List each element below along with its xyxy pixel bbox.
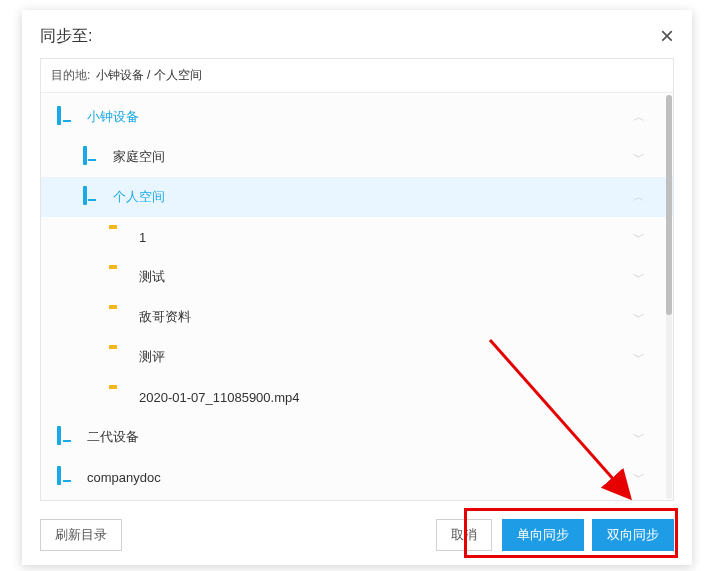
tree-item-label: 个人空间 bbox=[113, 188, 633, 206]
folder-icon bbox=[109, 388, 131, 406]
tree-container: 小钟设备︿家庭空间﹀个人空间︿1﹀测试﹀敌哥资料﹀测评﹀2020-01-07_1… bbox=[41, 93, 673, 501]
refresh-button[interactable]: 刷新目录 bbox=[40, 519, 122, 551]
dialog-title: 同步至: bbox=[40, 26, 92, 47]
folder-icon bbox=[109, 228, 131, 246]
oneway-sync-button[interactable]: 单向同步 bbox=[502, 519, 584, 551]
folder-icon bbox=[109, 348, 131, 366]
chevron-down-icon[interactable]: ﹀ bbox=[633, 309, 645, 326]
dialog-body: 目的地: 小钟设备 / 个人空间 小钟设备︿家庭空间﹀个人空间︿1﹀测试﹀敌哥资… bbox=[40, 58, 674, 501]
chevron-up-icon[interactable]: ︿ bbox=[633, 109, 645, 126]
tree-item-label: 1 bbox=[139, 230, 633, 245]
tree-row-space-family[interactable]: 家庭空间﹀ bbox=[41, 137, 673, 177]
chevron-down-icon[interactable]: ﹀ bbox=[633, 149, 645, 166]
tree-row-folder-dige[interactable]: 敌哥资料﹀ bbox=[41, 297, 673, 337]
device-icon bbox=[57, 108, 79, 126]
chevron-up-icon[interactable]: ︿ bbox=[633, 189, 645, 206]
tree-item-label: 敌哥资料 bbox=[139, 308, 633, 326]
dialog-footer: 刷新目录 取消 单向同步 双向同步 bbox=[22, 509, 692, 565]
tree-row-folder-ceping[interactable]: 测评﹀ bbox=[41, 337, 673, 377]
chevron-down-icon[interactable]: ﹀ bbox=[633, 349, 645, 366]
close-icon[interactable]: × bbox=[660, 24, 674, 48]
device-icon bbox=[83, 148, 105, 166]
chevron-down-icon[interactable]: ﹀ bbox=[633, 429, 645, 446]
destination-path: 小钟设备 / 个人空间 bbox=[96, 68, 202, 82]
tree-item-label: 小钟设备 bbox=[87, 108, 633, 126]
twoway-sync-button[interactable]: 双向同步 bbox=[592, 519, 674, 551]
tree-item-label: 测试 bbox=[139, 268, 633, 286]
tree-row-folder-test[interactable]: 测试﹀ bbox=[41, 257, 673, 297]
chevron-down-icon[interactable]: ﹀ bbox=[633, 229, 645, 246]
tree-row-dev-company[interactable]: companydoc﹀ bbox=[41, 457, 673, 497]
scrollbar-thumb[interactable] bbox=[666, 95, 672, 315]
tree-row-space-personal[interactable]: 个人空间︿ bbox=[41, 177, 673, 217]
tree-row-folder-1[interactable]: 1﹀ bbox=[41, 217, 673, 257]
tree-row-file-mp4[interactable]: 2020-01-07_11085900.mp4 bbox=[41, 377, 673, 417]
cancel-button[interactable]: 取消 bbox=[436, 519, 492, 551]
sync-dialog: 同步至: × 目的地: 小钟设备 / 个人空间 小钟设备︿家庭空间﹀个人空间︿1… bbox=[22, 10, 692, 565]
chevron-down-icon[interactable]: ﹀ bbox=[633, 269, 645, 286]
destination-bar: 目的地: 小钟设备 / 个人空间 bbox=[41, 59, 673, 93]
tree-row-dev-xiaozhong[interactable]: 小钟设备︿ bbox=[41, 97, 673, 137]
tree-item-label: 测评 bbox=[139, 348, 633, 366]
dialog-header: 同步至: × bbox=[22, 10, 692, 58]
chevron-down-icon[interactable]: ﹀ bbox=[633, 469, 645, 486]
destination-label: 目的地: bbox=[51, 68, 90, 82]
scrollbar[interactable] bbox=[666, 95, 672, 499]
folder-icon bbox=[109, 268, 131, 286]
device-icon bbox=[83, 188, 105, 206]
folder-icon bbox=[109, 308, 131, 326]
tree-item-label: 家庭空间 bbox=[113, 148, 633, 166]
device-icon bbox=[57, 468, 79, 486]
tree-row-dev-erdai[interactable]: 二代设备﹀ bbox=[41, 417, 673, 457]
tree-item-label: companydoc bbox=[87, 470, 633, 485]
tree-item-label: 二代设备 bbox=[87, 428, 633, 446]
tree-item-label: 2020-01-07_11085900.mp4 bbox=[139, 390, 645, 405]
folder-tree[interactable]: 小钟设备︿家庭空间﹀个人空间︿1﹀测试﹀敌哥资料﹀测评﹀2020-01-07_1… bbox=[41, 93, 673, 501]
device-icon bbox=[57, 428, 79, 446]
